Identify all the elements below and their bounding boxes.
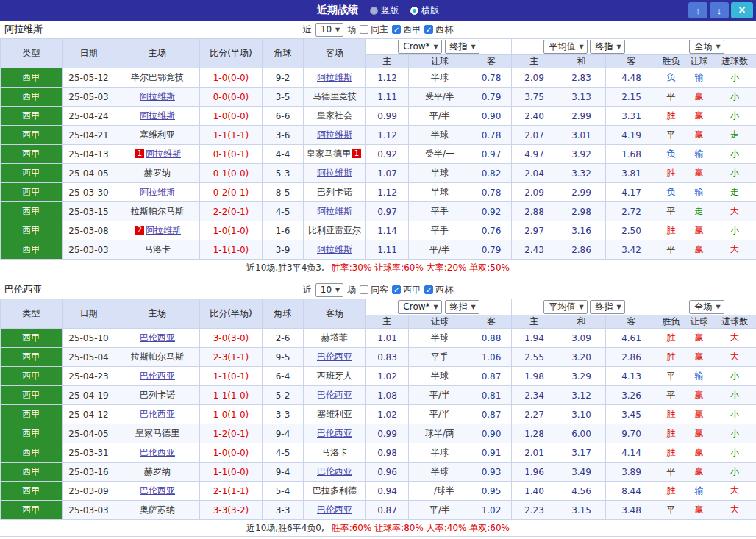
europe-away-odds-cell: 2.15 xyxy=(606,88,657,107)
home-team-link: 马洛卡 xyxy=(144,244,171,254)
home-team-link[interactable]: 巴伦西亚 xyxy=(140,485,175,496)
home-team-cell: 拉斯帕尔马斯 xyxy=(115,348,200,367)
home-team-link[interactable]: 阿拉维斯 xyxy=(140,91,175,101)
recent-count-select[interactable]: 10▼ xyxy=(315,283,343,297)
away-team-link[interactable]: 阿拉维斯 xyxy=(317,244,352,254)
europe-draw-odds-cell: 3.17 xyxy=(557,443,606,463)
match-date-cell: 25-03-15 xyxy=(63,202,115,221)
asia-final-select[interactable]: 终指▼ xyxy=(445,40,479,54)
scope-select[interactable]: 全场▼ xyxy=(689,40,724,54)
checkbox-cup[interactable]: 西杯 xyxy=(424,284,453,296)
away-team-link[interactable]: 巴伦西亚 xyxy=(317,351,352,362)
recent-count-value: 10 xyxy=(321,24,332,35)
home-team-link[interactable]: 巴伦西亚 xyxy=(140,371,175,381)
away-team-link[interactable]: 阿拉维斯 xyxy=(317,206,352,216)
asia-final-select[interactable]: 终指▼ xyxy=(445,300,479,314)
away-team-link[interactable]: 巴伦西亚 xyxy=(317,390,352,400)
match-score-cell: 0-2(0-1) xyxy=(200,183,263,202)
home-team-link[interactable]: 阿拉维斯 xyxy=(146,225,181,235)
radio-horizontal-layout[interactable]: 横版 xyxy=(410,4,439,17)
corner-count-cell: 9-4 xyxy=(263,424,304,443)
home-team-cell: 巴伦西亚 xyxy=(115,367,200,386)
home-team-link[interactable]: 巴伦西亚 xyxy=(140,332,175,343)
match-result-cell: 胜 xyxy=(657,405,685,424)
away-team-link[interactable]: 阿拉维斯 xyxy=(317,129,352,140)
away-team-link[interactable]: 阿拉维斯 xyxy=(317,168,352,178)
match-score-cell: 2-2(0-1) xyxy=(200,202,263,221)
europe-average-select[interactable]: 平均值▼ xyxy=(543,300,587,314)
europe-average-select[interactable]: 平均值▼ xyxy=(543,40,587,54)
asia-final-value: 终指 xyxy=(450,40,468,53)
europe-draw-odds-cell: 3.15 xyxy=(557,501,606,520)
goals-result-cell: 小 xyxy=(713,107,756,126)
home-team-link[interactable]: 阿拉维斯 xyxy=(140,110,175,121)
match-score-cell: 1-2(0-1) xyxy=(200,424,263,443)
checkbox-same-venue[interactable]: 同主 xyxy=(360,24,388,36)
away-team-cell: 马洛卡 xyxy=(304,443,366,463)
close-button[interactable]: × xyxy=(731,2,753,18)
home-team-link[interactable]: 阿拉维斯 xyxy=(140,187,175,197)
handicap-result-cell: 赢 xyxy=(685,164,713,183)
scroll-up-button[interactable]: ↑ xyxy=(688,2,707,18)
asia-handicap-cell: 半球 xyxy=(409,68,471,88)
scope-select[interactable]: 全场▼ xyxy=(689,300,724,314)
match-score-cell: 0-1(0-0) xyxy=(200,164,263,183)
filter-controls: 近 10▼ 场 同客 西甲 西杯 xyxy=(303,283,453,297)
table-row: 西甲25-05-10巴伦西亚3-0(3-0)2-6赫塔菲1.01半球0.881.… xyxy=(1,329,756,348)
league-type-cell: 西甲 xyxy=(1,386,63,405)
away-team-link[interactable]: 阿拉维斯 xyxy=(317,72,352,82)
asia-home-odds-cell: 1.12 xyxy=(366,183,409,202)
checkbox-same-venue[interactable]: 同客 xyxy=(360,284,388,296)
handicap-result-cell: 走 xyxy=(685,202,713,221)
home-team-link[interactable]: 阿拉维斯 xyxy=(146,149,181,159)
asia-home-odds-cell: 1.07 xyxy=(366,164,409,183)
match-date-cell: 25-04-24 xyxy=(63,107,115,126)
close-icon: × xyxy=(738,4,745,16)
corner-count-cell: 3-5 xyxy=(263,88,304,107)
bookmaker-select[interactable]: Crow*▼ xyxy=(398,300,441,314)
checkbox-icon xyxy=(360,285,368,294)
europe-home-odds-cell: 4.97 xyxy=(512,145,557,164)
results-table: 类型 日期 主场 比分(半场) 角球 客场 Crow*▼ 终指▼ 平均值▼ 终指… xyxy=(0,299,756,520)
col-date: 日期 xyxy=(63,39,115,68)
checkbox-cup[interactable]: 西杯 xyxy=(424,24,453,36)
col-handicap-result: 让球 xyxy=(685,315,713,329)
away-team-link: 皇家马德里 xyxy=(307,149,351,159)
league-type-cell: 西甲 xyxy=(1,463,63,482)
team-section-valencia: 巴伦西亚 近 10▼ 场 同客 西甲 西杯 类型 日期 主场 比分(半场) 角球… xyxy=(0,281,756,537)
near-label: 近 xyxy=(303,24,312,36)
europe-away-odds-cell: 4.13 xyxy=(606,367,657,386)
home-team-link[interactable]: 巴伦西亚 xyxy=(140,409,175,419)
europe-final-select[interactable]: 终指▼ xyxy=(590,40,624,54)
asia-home-odds-cell: 0.97 xyxy=(366,202,409,221)
handicap-result-cell: 赢 xyxy=(685,329,713,348)
summary-rates: 胜率:60% 让球率:80% 大率:40% 单双:60% xyxy=(332,523,510,533)
col-result: 胜负 xyxy=(657,55,685,68)
league-type-cell: 西甲 xyxy=(1,443,63,463)
asia-handicap-cell: 半球 xyxy=(409,329,471,348)
away-team-link[interactable]: 巴伦西亚 xyxy=(317,428,352,438)
radio-vertical-layout[interactable]: 竖版 xyxy=(370,4,399,17)
europe-odds-controls: 平均值▼ 终指▼ xyxy=(512,299,657,315)
page-title: 近期战绩 xyxy=(317,4,358,17)
away-team-link[interactable]: 巴伦西亚 xyxy=(317,504,352,515)
home-team-cell: 阿拉维斯 xyxy=(115,183,200,202)
home-team-link[interactable]: 巴伦西亚 xyxy=(140,447,175,457)
away-team-link[interactable]: 巴伦西亚 xyxy=(317,466,352,476)
checkbox-league[interactable]: 西甲 xyxy=(392,24,421,36)
col-asia-away: 客 xyxy=(471,315,512,329)
scope-value: 全场 xyxy=(694,40,712,53)
table-row: 西甲25-05-03阿拉维斯0-0(0-0)3-5马德里竞技1.11受平/半0.… xyxy=(1,88,756,107)
home-team-cell: 塞维利亚 xyxy=(115,126,200,145)
down-arrow-icon: ↓ xyxy=(717,6,722,15)
checkbox-league[interactable]: 西甲 xyxy=(392,284,421,296)
scroll-down-button[interactable]: ↓ xyxy=(710,2,729,18)
europe-home-odds-cell: 2.43 xyxy=(512,240,557,260)
recent-count-select[interactable]: 10▼ xyxy=(315,23,343,37)
home-team-link: 皇家马德里 xyxy=(135,428,179,438)
europe-away-odds-cell: 8.44 xyxy=(606,482,657,501)
europe-final-select[interactable]: 终指▼ xyxy=(590,300,624,314)
asia-home-odds-cell: 0.99 xyxy=(366,424,409,443)
bookmaker-select[interactable]: Crow*▼ xyxy=(398,40,441,54)
handicap-result-cell: 输 xyxy=(685,482,713,501)
